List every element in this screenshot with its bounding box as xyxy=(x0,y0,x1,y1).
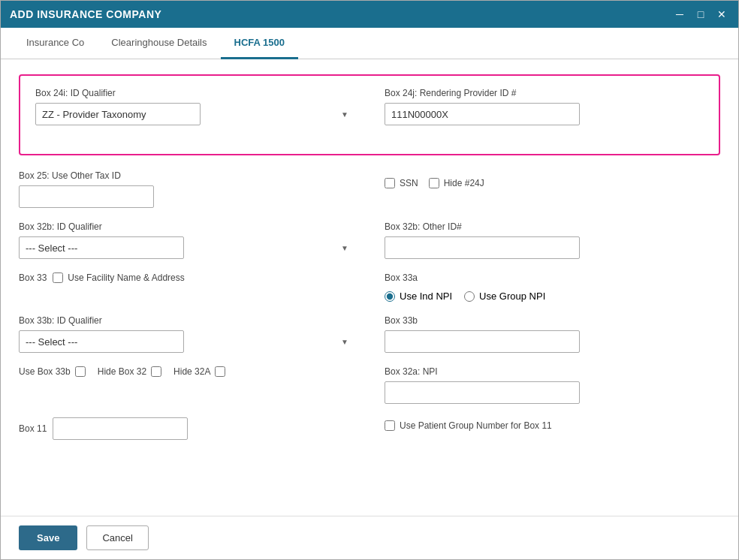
box32b-other-input[interactable] xyxy=(385,236,580,259)
box32a-npi-label: Box 32a: NPI xyxy=(385,366,720,377)
box33-facility-label: Use Facility Name & Address xyxy=(68,272,184,283)
form-footer: Save Cancel xyxy=(1,516,738,559)
tab-clearinghouse-details[interactable]: Clearinghouse Details xyxy=(98,28,220,59)
box33-label: Box 33 xyxy=(19,272,47,283)
hide24j-checkbox-group: Hide #24J xyxy=(429,178,484,188)
box25-group: Box 25: Use Other Tax ID xyxy=(19,170,354,208)
use-ind-npi-label: Use Ind NPI xyxy=(400,291,452,302)
ssn-hide-row: SSN Hide #24J xyxy=(385,178,720,188)
ssn-checkbox[interactable] xyxy=(385,178,395,188)
use-ind-npi-group: Use Ind NPI xyxy=(385,291,452,302)
box11-group: Box 11 xyxy=(19,417,354,440)
box32b-other-group: Box 32b: Other ID# xyxy=(385,221,720,259)
box24i-label: Box 24i: ID Qualifier xyxy=(35,88,354,98)
box24i-select-wrapper: ZZ - Provider Taxonomy ▼ xyxy=(35,103,354,125)
box33b-qualifier-row: Box 33b: ID Qualifier --- Select --- ▼ B… xyxy=(19,315,720,353)
box33b-input[interactable] xyxy=(385,330,580,353)
box33b-qualifier-select[interactable]: --- Select --- xyxy=(19,330,184,353)
box32b-row: Box 32b: ID Qualifier --- Select --- ▼ B… xyxy=(19,221,720,259)
box33a-radio-row: Use Ind NPI Use Group NPI xyxy=(385,291,720,302)
box33a-label: Box 33a xyxy=(385,272,720,283)
use-ind-npi-radio[interactable] xyxy=(385,291,395,302)
box32b-qualifier-select[interactable]: --- Select --- xyxy=(19,236,184,259)
ssn-hide-group: SSN Hide #24J xyxy=(385,170,720,188)
box11-inline: Box 11 xyxy=(19,417,354,440)
box33b-group: Box 33b xyxy=(385,315,720,353)
hide-box32-checkbox[interactable] xyxy=(151,366,161,377)
use-patient-group-checkbox-group: Use Patient Group Number for Box 11 xyxy=(385,420,720,431)
tab-bar: Insurance Co Clearinghouse Details HCFA … xyxy=(1,28,738,59)
highlighted-section: Box 24i: ID Qualifier ZZ - Provider Taxo… xyxy=(19,74,720,155)
box24i-dropdown-icon: ▼ xyxy=(341,110,348,119)
cancel-button[interactable]: Cancel xyxy=(86,525,148,550)
main-window: ADD INSURANCE COMPANY ─ □ ✕ Insurance Co… xyxy=(0,0,739,560)
use-group-npi-label: Use Group NPI xyxy=(479,291,545,302)
maximize-button[interactable]: □ xyxy=(693,7,708,22)
box33-row: Box 33 Use Facility Name & Address Box 3… xyxy=(19,272,720,302)
box25-label: Box 25: Use Other Tax ID xyxy=(19,170,354,181)
hide-box32-label: Hide Box 32 xyxy=(98,366,146,377)
box32b-dropdown-icon: ▼ xyxy=(341,244,348,252)
box24i-select[interactable]: ZZ - Provider Taxonomy xyxy=(35,103,201,125)
box33b-label: Box 33b xyxy=(385,315,720,326)
box32a-npi-group: Box 32a: NPI xyxy=(385,366,720,404)
hide-checkboxes-row: Use Box 33b Hide Box 32 Hide 32A Box 32a… xyxy=(19,366,720,404)
window-controls: ─ □ ✕ xyxy=(672,7,729,22)
hide24j-checkbox[interactable] xyxy=(429,178,439,188)
box32b-qualifier-group: Box 32b: ID Qualifier --- Select --- ▼ xyxy=(19,221,354,259)
close-button[interactable]: ✕ xyxy=(714,7,729,22)
box32b-qualifier-select-wrapper: --- Select --- ▼ xyxy=(19,236,354,259)
form-content: Box 24i: ID Qualifier ZZ - Provider Taxo… xyxy=(1,59,738,516)
box33-group: Box 33 Use Facility Name & Address xyxy=(19,272,354,283)
use-group-npi-radio[interactable] xyxy=(464,291,475,302)
box33b-qualifier-label: Box 33b: ID Qualifier xyxy=(19,315,354,326)
box33-facility-checkbox[interactable] xyxy=(53,272,63,283)
box11-row: Box 11 Use Patient Group Number for Box … xyxy=(19,417,720,440)
box32b-qualifier-label: Box 32b: ID Qualifier xyxy=(19,221,354,232)
box24i-group: Box 24i: ID Qualifier ZZ - Provider Taxo… xyxy=(35,88,354,125)
box33b-qualifier-select-wrapper: --- Select --- ▼ xyxy=(19,330,354,353)
box25-input[interactable] xyxy=(19,185,154,208)
hide24j-label: Hide #24J xyxy=(444,178,484,188)
ssn-checkbox-group: SSN xyxy=(385,178,418,188)
box24j-label: Box 24j: Rendering Provider ID # xyxy=(385,88,704,98)
hide-32a-group: Hide 32A xyxy=(173,366,225,377)
hide-checkboxes-group: Use Box 33b Hide Box 32 Hide 32A xyxy=(19,366,354,377)
use-patient-group-group: Use Patient Group Number for Box 11 xyxy=(385,417,720,431)
box33-inline: Box 33 Use Facility Name & Address xyxy=(19,272,354,283)
box33b-qualifier-group: Box 33b: ID Qualifier --- Select --- ▼ xyxy=(19,315,354,353)
box11-label: Box 11 xyxy=(19,423,47,434)
box24j-input[interactable]: 111N00000X xyxy=(385,103,580,125)
box33b-dropdown-icon: ▼ xyxy=(341,338,348,346)
hide-32a-checkbox[interactable] xyxy=(215,366,225,377)
hide-32a-label: Hide 32A xyxy=(173,366,210,377)
box33-facility-group: Use Facility Name & Address xyxy=(53,272,184,283)
hide-box32-group: Hide Box 32 xyxy=(98,366,161,377)
use-group-npi-group: Use Group NPI xyxy=(464,291,545,302)
box11-input[interactable] xyxy=(53,417,188,440)
save-button[interactable]: Save xyxy=(19,525,77,550)
tab-insurance-co[interactable]: Insurance Co xyxy=(13,28,98,59)
box32a-npi-input[interactable] xyxy=(385,381,580,404)
ssn-label: SSN xyxy=(400,178,418,188)
title-bar: ADD INSURANCE COMPANY ─ □ ✕ xyxy=(1,1,738,28)
use-box33b-checkbox[interactable] xyxy=(75,366,86,377)
use-box33b-group: Use Box 33b xyxy=(19,366,86,377)
minimize-button[interactable]: ─ xyxy=(672,7,687,22)
use-patient-group-checkbox[interactable] xyxy=(385,420,395,431)
box33a-group: Box 33a Use Ind NPI Use Group NPI xyxy=(385,272,720,302)
window-title: ADD INSURANCE COMPANY xyxy=(10,8,161,20)
use-patient-group-label: Use Patient Group Number for Box 11 xyxy=(400,420,552,431)
box33-checkboxes: Use Box 33b Hide Box 32 Hide 32A xyxy=(19,366,354,377)
box24-row: Box 24i: ID Qualifier ZZ - Provider Taxo… xyxy=(35,88,704,125)
box25-row: Box 25: Use Other Tax ID SSN Hide #24J xyxy=(19,170,720,208)
box32b-other-label: Box 32b: Other ID# xyxy=(385,221,720,232)
box24j-group: Box 24j: Rendering Provider ID # 111N000… xyxy=(385,88,704,125)
use-box33b-label: Use Box 33b xyxy=(19,366,71,377)
tab-hcfa-1500[interactable]: HCFA 1500 xyxy=(221,28,298,59)
